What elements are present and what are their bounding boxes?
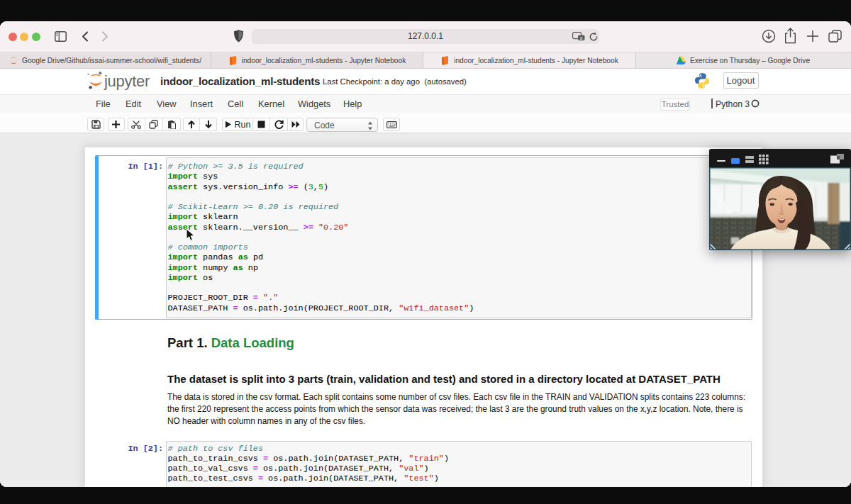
svg-text:a: a: [580, 35, 583, 40]
